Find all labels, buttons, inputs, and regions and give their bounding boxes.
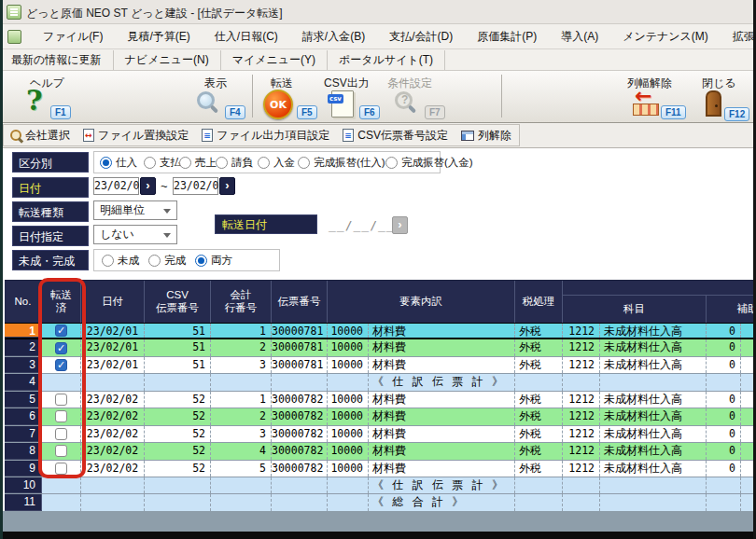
action-button-0[interactable]: 会社選択 [4,125,77,145]
menu-item-1[interactable]: 見積/予算(E) [115,25,202,48]
cell-slip_no: 30000781 [272,324,328,338]
app-window: どっと原価 NEO ST どっと建設 - [仕訳データ転送] ファイル(F)見積… [0,0,756,539]
transferred-cell: ✓ [42,357,81,373]
cell-account_name: 未成材料仕入高 [600,443,707,459]
transferred-checkbox[interactable] [55,410,67,422]
menu-item-8[interactable]: 拡張機能(S) [721,25,756,48]
kubun-option-1[interactable]: 支払 [144,156,181,170]
cell-date: 23/02/02 [81,392,145,408]
date-from-field[interactable]: 23/02/01 [93,177,139,195]
secondary-menu-item-2[interactable]: マイメニュー(Y) [221,50,328,70]
row-number[interactable]: 3 [5,357,42,373]
transfer-button[interactable]: 転送 OK F5 [261,73,321,121]
misei-kansei-radio-group: 未成完成両方 [93,249,280,271]
misei-option-2[interactable]: 両方 [195,254,232,268]
cell-account_code: 1212 [563,324,600,338]
cell-slip_no: 30000782 [272,408,328,424]
radio-icon [148,255,161,267]
display-button[interactable]: 表示 F4 [191,73,249,121]
help-button[interactable]: ヘルプ ? F1 [22,73,78,121]
cell-date: 23/02/01 [81,324,145,338]
menu-item-7[interactable]: メンテナンス(M) [610,25,721,48]
cell-tax: 外税 [515,339,563,355]
kubun-option-4[interactable]: 入金 [258,156,295,170]
menu-item-4[interactable]: 支払/会計(D) [377,25,465,48]
cell-slip_no [272,477,328,493]
date-to-picker-button[interactable]: › [219,177,235,195]
col-header-tax: 税処理 [515,281,563,323]
date-range-separator: ~ [161,179,168,193]
transferred-checkbox[interactable] [55,463,67,475]
misei-option-1[interactable]: 完成 [148,254,186,268]
column-width-release-icon: ← [633,90,661,117]
secondary-menu-item-3[interactable]: ポータルサイト(T) [328,50,445,70]
row-number[interactable]: 11 [5,494,42,510]
action-button-2[interactable]: ≡ファイル出力項目設定 [195,125,336,145]
col-header-slip-no: 伝票番号 [272,281,328,323]
cell-sub_code [707,374,741,390]
row-number[interactable]: 2 [5,339,42,355]
cell-line_no: 2 [211,339,272,355]
kubun-option-5[interactable]: 完成振替(仕入) [298,156,385,170]
cell-csv_no: 52 [145,426,211,442]
kubun-option-3[interactable]: 請負 [216,156,253,170]
cell-tax [515,494,563,510]
row-number[interactable]: 5 [5,392,42,408]
cell-element_code: 10000 [328,461,369,477]
csv-output-button[interactable]: CSV出力 csv F6 [322,73,385,121]
date-from-picker-button[interactable]: › [140,177,156,195]
col-header-account: 科目 [563,295,707,323]
kubun-option-6[interactable]: 完成振替(入金) [385,156,473,170]
secondary-menu-bar: 最新の情報に更新ナビメニュー(N)マイメニュー(Y)ポータルサイト(T) [0,49,756,71]
cell-date [81,494,145,510]
action-button-1[interactable]: ↔ファイル置換設定 [77,125,195,145]
date-label: 日付 [12,177,89,198]
row-number[interactable]: 6 [5,408,42,424]
kubun-option-2[interactable]: 売上 [179,156,217,170]
transfer-type-dropdown[interactable]: 明細単位 [93,200,177,220]
row-number[interactable]: 8 [5,443,42,459]
menu-item-5[interactable]: 原価集計(P) [465,25,549,48]
kubun-label: 区分別 [12,152,89,173]
title-bar: どっと原価 NEO ST どっと建設 - [仕訳データ転送] [0,0,756,24]
transferred-cell: ✓ [42,324,81,338]
chevron-down-icon [163,209,171,214]
transferred-checkbox[interactable] [55,445,67,457]
menu-item-2[interactable]: 仕入/日報(C) [203,25,290,48]
misei-option-0[interactable]: 未成 [102,254,139,268]
cell-date: 23/02/02 [81,443,145,459]
menu-item-3[interactable]: 請求/入金(B) [290,25,377,48]
col-header-date: 日付 [81,281,145,323]
transferred-checkbox[interactable] [55,394,67,406]
row-number[interactable]: 1 [5,324,42,338]
transferred-checkbox[interactable]: ✓ [55,342,67,354]
date-to-field[interactable]: 23/02/02 [173,177,218,195]
cell-account_code: 1212 [563,408,600,424]
date-spec-dropdown[interactable]: しない [93,225,177,244]
close-button[interactable]: 閉じる F12 [698,73,754,121]
menu-item-6[interactable]: 導入(A) [549,25,610,48]
cell-element_code: 10000 [328,324,369,338]
action-button-4[interactable]: 列解除 [455,125,518,145]
row-number[interactable]: 7 [5,426,42,442]
transferred-checkbox[interactable] [55,428,67,440]
col-header-element: 要素内訳 [328,281,515,323]
cell-csv_no: 51 [145,339,211,355]
secondary-menu-item-0[interactable]: 最新の情報に更新 [0,50,114,70]
misei-kansei-label: 未成・完成 [12,250,89,270]
menu-item-0[interactable]: ファイル(F) [31,25,115,48]
row-number[interactable]: 10 [5,477,42,493]
door-close-icon [706,90,721,117]
child-window-icon[interactable] [7,30,21,44]
column-width-release-button[interactable]: 列幅解除 ← F11 [627,73,689,121]
row-number[interactable]: 9 [5,461,42,477]
transferred-checkbox[interactable]: ✓ [55,359,67,371]
cell-element_name: 《 仕 訳 伝 票 計 》 [369,374,515,390]
condition-setting-button[interactable]: 条件設定 ? F7 [387,73,453,121]
action-button-3[interactable]: ≡CSV伝票番号設定 [336,125,455,145]
row-number[interactable]: 4 [5,374,42,390]
secondary-menu-item-1[interactable]: ナビメニュー(N) [114,50,221,70]
transferred-checkbox[interactable]: ✓ [55,325,67,337]
cell-element_code: 10000 [328,443,369,459]
kubun-option-0[interactable]: 仕入 [100,156,137,170]
